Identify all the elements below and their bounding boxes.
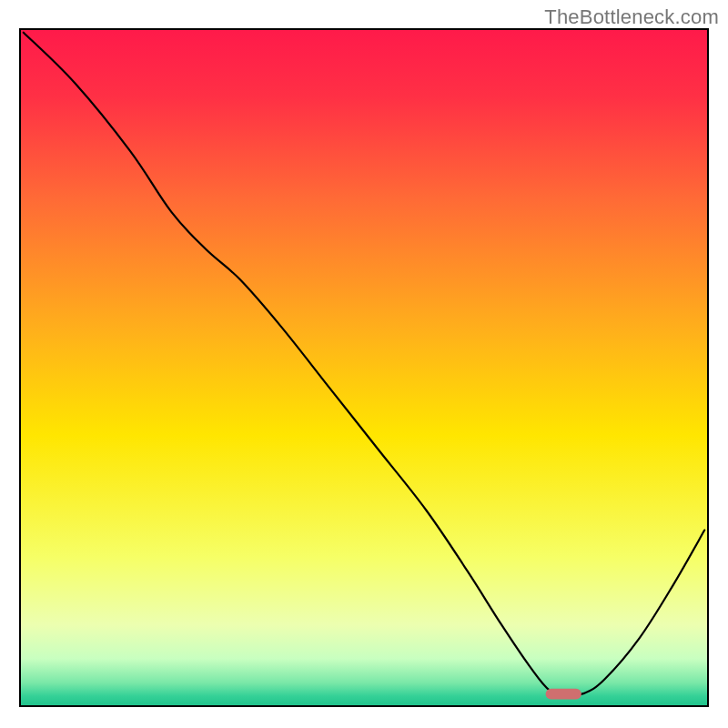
gradient-background (20, 29, 708, 706)
plot-area (20, 29, 708, 706)
bottleneck-chart (0, 0, 728, 728)
chart-container: TheBottleneck.com (0, 0, 728, 728)
optimal-marker (546, 689, 581, 700)
watermark-text: TheBottleneck.com (544, 5, 719, 29)
